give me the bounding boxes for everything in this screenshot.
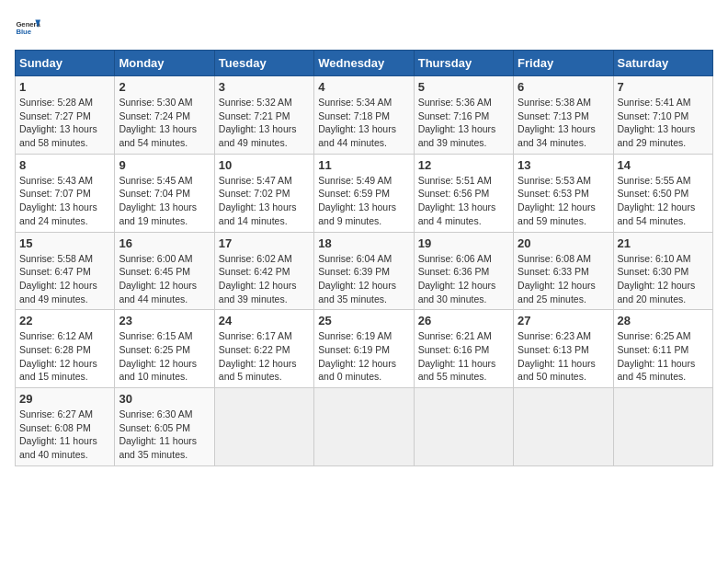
day-cell: 19Sunrise: 6:06 AM Sunset: 6:36 PM Dayli…: [414, 232, 513, 310]
day-info: Sunrise: 6:15 AM Sunset: 6:25 PM Dayligh…: [119, 329, 210, 384]
day-info: Sunrise: 5:58 AM Sunset: 6:47 PM Dayligh…: [19, 252, 110, 306]
day-info: Sunrise: 5:43 AM Sunset: 7:07 PM Dayligh…: [19, 174, 110, 228]
day-cell: 7Sunrise: 5:41 AM Sunset: 7:10 PM Daylig…: [613, 76, 712, 155]
day-number: 7: [618, 80, 709, 94]
day-info: Sunrise: 6:21 AM Sunset: 6:16 PM Dayligh…: [418, 329, 509, 384]
day-info: Sunrise: 5:38 AM Sunset: 7:13 PM Dayligh…: [518, 96, 609, 150]
day-cell: 28Sunrise: 6:25 AM Sunset: 6:11 PM Dayli…: [613, 310, 712, 388]
day-info: Sunrise: 6:23 AM Sunset: 6:13 PM Dayligh…: [518, 329, 609, 384]
day-info: Sunrise: 5:45 AM Sunset: 7:04 PM Dayligh…: [119, 174, 210, 228]
day-info: Sunrise: 6:25 AM Sunset: 6:11 PM Dayligh…: [618, 329, 709, 384]
day-cell: 14Sunrise: 5:55 AM Sunset: 6:50 PM Dayli…: [613, 154, 712, 232]
day-number: 10: [219, 158, 310, 172]
week-row-5: 29Sunrise: 6:27 AM Sunset: 6:08 PM Dayli…: [16, 388, 713, 466]
day-cell: 13Sunrise: 5:53 AM Sunset: 6:53 PM Dayli…: [514, 154, 613, 232]
calendar-table: SundayMondayTuesdayWednesdayThursdayFrid…: [15, 50, 713, 466]
week-row-3: 15Sunrise: 5:58 AM Sunset: 6:47 PM Dayli…: [16, 232, 713, 310]
day-cell: 16Sunrise: 6:00 AM Sunset: 6:45 PM Dayli…: [115, 232, 214, 310]
day-cell: 2Sunrise: 5:30 AM Sunset: 7:24 PM Daylig…: [115, 76, 214, 155]
day-info: Sunrise: 5:36 AM Sunset: 7:16 PM Dayligh…: [418, 96, 509, 150]
day-number: 21: [618, 236, 709, 250]
week-row-4: 22Sunrise: 6:12 AM Sunset: 6:28 PM Dayli…: [16, 310, 713, 388]
day-number: 18: [318, 236, 409, 250]
day-number: 12: [418, 158, 509, 172]
day-number: 1: [19, 80, 110, 94]
day-cell: 12Sunrise: 5:51 AM Sunset: 6:56 PM Dayli…: [414, 154, 513, 232]
day-cell: 1Sunrise: 5:28 AM Sunset: 7:27 PM Daylig…: [16, 76, 115, 155]
weekday-monday: Monday: [115, 51, 214, 76]
day-info: Sunrise: 6:00 AM Sunset: 6:45 PM Dayligh…: [119, 252, 210, 306]
day-cell: 4Sunrise: 5:34 AM Sunset: 7:18 PM Daylig…: [314, 76, 414, 155]
weekday-sunday: Sunday: [16, 51, 115, 76]
day-number: 30: [119, 392, 210, 406]
day-number: 4: [318, 80, 409, 94]
day-info: Sunrise: 5:32 AM Sunset: 7:21 PM Dayligh…: [219, 96, 310, 150]
day-number: 16: [119, 236, 210, 250]
day-info: Sunrise: 5:51 AM Sunset: 6:56 PM Dayligh…: [418, 174, 509, 228]
day-cell: 3Sunrise: 5:32 AM Sunset: 7:21 PM Daylig…: [214, 76, 313, 155]
day-number: 27: [518, 314, 609, 327]
day-info: Sunrise: 5:55 AM Sunset: 6:50 PM Dayligh…: [618, 174, 709, 228]
day-cell: 17Sunrise: 6:02 AM Sunset: 6:42 PM Dayli…: [214, 232, 313, 310]
day-number: 14: [618, 158, 709, 172]
day-info: Sunrise: 5:41 AM Sunset: 7:10 PM Dayligh…: [618, 96, 709, 150]
day-number: 26: [418, 314, 509, 327]
day-cell: [314, 388, 414, 466]
day-info: Sunrise: 6:27 AM Sunset: 6:08 PM Dayligh…: [19, 408, 110, 462]
day-info: Sunrise: 5:28 AM Sunset: 7:27 PM Dayligh…: [19, 96, 110, 150]
day-cell: 5Sunrise: 5:36 AM Sunset: 7:16 PM Daylig…: [414, 76, 513, 155]
weekday-thursday: Thursday: [414, 51, 513, 76]
day-number: 20: [518, 236, 609, 250]
day-info: Sunrise: 6:30 AM Sunset: 6:05 PM Dayligh…: [119, 408, 210, 462]
day-info: Sunrise: 6:10 AM Sunset: 6:30 PM Dayligh…: [618, 252, 709, 306]
day-info: Sunrise: 5:53 AM Sunset: 6:53 PM Dayligh…: [518, 174, 609, 228]
weekday-friday: Friday: [514, 51, 613, 76]
day-info: Sunrise: 5:47 AM Sunset: 7:02 PM Dayligh…: [219, 174, 310, 228]
day-info: Sunrise: 6:08 AM Sunset: 6:33 PM Dayligh…: [518, 252, 609, 306]
day-cell: 25Sunrise: 6:19 AM Sunset: 6:19 PM Dayli…: [314, 310, 414, 388]
day-info: Sunrise: 5:30 AM Sunset: 7:24 PM Dayligh…: [119, 96, 210, 150]
day-cell: [613, 388, 712, 466]
day-number: 5: [418, 80, 509, 94]
day-cell: 11Sunrise: 5:49 AM Sunset: 6:59 PM Dayli…: [314, 154, 414, 232]
day-cell: 15Sunrise: 5:58 AM Sunset: 6:47 PM Dayli…: [16, 232, 115, 310]
day-cell: 9Sunrise: 5:45 AM Sunset: 7:04 PM Daylig…: [115, 154, 214, 232]
calendar-header: SundayMondayTuesdayWednesdayThursdayFrid…: [16, 51, 713, 76]
day-cell: 24Sunrise: 6:17 AM Sunset: 6:22 PM Dayli…: [214, 310, 313, 388]
day-number: 9: [119, 158, 210, 172]
day-cell: 20Sunrise: 6:08 AM Sunset: 6:33 PM Dayli…: [514, 232, 613, 310]
day-info: Sunrise: 6:12 AM Sunset: 6:28 PM Dayligh…: [19, 329, 110, 384]
day-cell: [514, 388, 613, 466]
day-info: Sunrise: 6:04 AM Sunset: 6:39 PM Dayligh…: [318, 252, 409, 306]
day-number: 15: [19, 236, 110, 250]
day-number: 22: [19, 314, 110, 327]
day-number: 13: [518, 158, 609, 172]
day-number: 8: [19, 158, 110, 172]
day-cell: 18Sunrise: 6:04 AM Sunset: 6:39 PM Dayli…: [314, 232, 414, 310]
day-info: Sunrise: 5:49 AM Sunset: 6:59 PM Dayligh…: [318, 174, 409, 228]
day-cell: 22Sunrise: 6:12 AM Sunset: 6:28 PM Dayli…: [16, 310, 115, 388]
week-row-2: 8Sunrise: 5:43 AM Sunset: 7:07 PM Daylig…: [16, 154, 713, 232]
day-info: Sunrise: 5:34 AM Sunset: 7:18 PM Dayligh…: [318, 96, 409, 150]
day-number: 24: [219, 314, 310, 327]
weekday-tuesday: Tuesday: [214, 51, 313, 76]
day-number: 3: [219, 80, 310, 94]
day-number: 29: [19, 392, 110, 406]
day-number: 25: [318, 314, 409, 327]
day-cell: 6Sunrise: 5:38 AM Sunset: 7:13 PM Daylig…: [514, 76, 613, 155]
logo-icon: General Blue: [15, 15, 40, 40]
day-number: 28: [618, 314, 709, 327]
day-info: Sunrise: 6:02 AM Sunset: 6:42 PM Dayligh…: [219, 252, 310, 306]
weekday-header-row: SundayMondayTuesdayWednesdayThursdayFrid…: [16, 51, 713, 76]
day-number: 23: [119, 314, 210, 327]
day-info: Sunrise: 6:06 AM Sunset: 6:36 PM Dayligh…: [418, 252, 509, 306]
day-number: 17: [219, 236, 310, 250]
day-info: Sunrise: 6:19 AM Sunset: 6:19 PM Dayligh…: [318, 329, 409, 384]
day-cell: 10Sunrise: 5:47 AM Sunset: 7:02 PM Dayli…: [214, 154, 313, 232]
day-cell: 21Sunrise: 6:10 AM Sunset: 6:30 PM Dayli…: [613, 232, 712, 310]
day-cell: 26Sunrise: 6:21 AM Sunset: 6:16 PM Dayli…: [414, 310, 513, 388]
day-cell: 23Sunrise: 6:15 AM Sunset: 6:25 PM Dayli…: [115, 310, 214, 388]
day-number: 11: [318, 158, 409, 172]
day-info: Sunrise: 6:17 AM Sunset: 6:22 PM Dayligh…: [219, 329, 310, 384]
day-number: 19: [418, 236, 509, 250]
